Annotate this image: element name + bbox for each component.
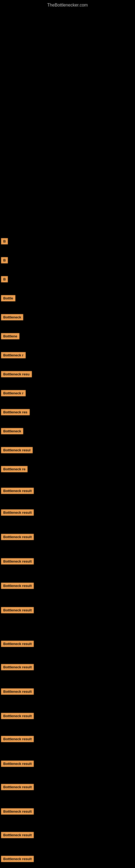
- bottleneck-result-bar: Bottleneck result: [1, 856, 34, 862]
- bottleneck-result-bar: Bottleneck result: [1, 688, 34, 695]
- bottleneck-result-bar: Bottleneck result: [1, 832, 34, 838]
- bottleneck-result-bar: Bottleneck result: [1, 583, 34, 589]
- site-title: TheBottlenecker.com: [0, 0, 135, 10]
- bottleneck-result-bar: Bottleneck result: [1, 488, 34, 494]
- bottleneck-result-bar: Bottleneck resul: [1, 447, 33, 453]
- bottleneck-result-bar: Bottleneck result: [1, 736, 34, 742]
- bottleneck-result-bar: Bottle: [1, 295, 15, 301]
- bottleneck-result-bar: Bottleneck result: [1, 784, 34, 790]
- bottleneck-result-bar: Bottleneck result: [1, 607, 34, 613]
- bottleneck-result-bar: Bottleneck result: [1, 761, 34, 767]
- bottleneck-result-bar: Bottleneck result: [1, 558, 34, 564]
- bottleneck-result-bar: Bottleneck re: [1, 466, 28, 472]
- bottleneck-result-bar: Bottleneck result: [1, 509, 34, 516]
- bottleneck-result-bar: B: [1, 276, 8, 282]
- bottleneck-result-bar: Bottleneck result: [1, 808, 34, 814]
- bottleneck-result-bar: Bottleneck result: [1, 713, 34, 719]
- bottleneck-result-bar: Bottleneck r: [1, 352, 26, 358]
- bottleneck-result-bar: Bottleneck: [1, 314, 23, 320]
- bottleneck-result-bar: B: [1, 257, 8, 264]
- bottleneck-result-bar: Bottleneck r: [1, 390, 26, 396]
- bottleneck-result-bar: Bottlene: [1, 333, 19, 339]
- bottleneck-result-bar: Bottleneck result: [1, 534, 34, 540]
- bottleneck-result-bar: Bottleneck resu: [1, 371, 32, 377]
- bottleneck-result-bar: Bottleneck: [1, 428, 23, 434]
- bottleneck-result-bar: Bottleneck result: [1, 641, 34, 647]
- bottleneck-result-bar: B: [1, 238, 8, 244]
- bottleneck-result-bar: Bottleneck res: [1, 409, 30, 415]
- bottleneck-result-bar: Bottleneck result: [1, 664, 34, 670]
